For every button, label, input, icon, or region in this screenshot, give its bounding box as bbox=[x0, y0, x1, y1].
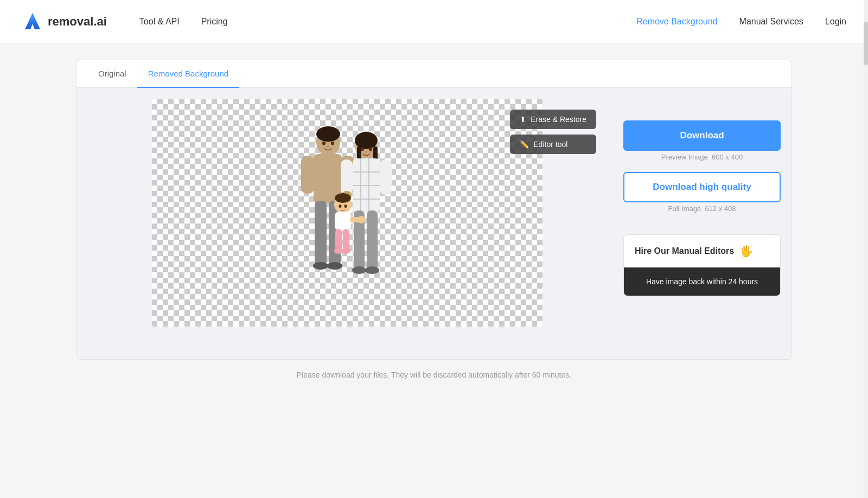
preview-image-label: Preview Image 600 x 400 bbox=[623, 153, 781, 161]
svg-point-40 bbox=[369, 148, 372, 151]
overlay-buttons: ⬆ Erase & Restore ✏️ Editor tool bbox=[510, 110, 596, 154]
svg-rect-20 bbox=[341, 159, 353, 195]
content-area: ⬆ Erase & Restore ✏️ Editor tool Downloa… bbox=[76, 88, 792, 359]
tabs: Original Removed Background bbox=[76, 60, 792, 88]
image-preview: ⬆ Erase & Restore ✏️ Editor tool bbox=[87, 99, 607, 348]
svg-point-25 bbox=[352, 266, 366, 274]
erase-restore-label: Erase & Restore bbox=[531, 115, 586, 124]
nav-manual-services[interactable]: Manual Services bbox=[739, 17, 803, 27]
svg-point-26 bbox=[365, 266, 379, 274]
nav-tool-api[interactable]: Tool & API bbox=[139, 17, 180, 27]
svg-point-37 bbox=[331, 142, 334, 145]
nav-links: Tool & API Pricing bbox=[139, 17, 636, 27]
nav-pricing[interactable]: Pricing bbox=[201, 17, 228, 27]
logo[interactable]: removal.ai bbox=[22, 11, 107, 33]
svg-point-28 bbox=[335, 193, 351, 203]
svg-point-33 bbox=[342, 247, 350, 254]
editor-tool-label: Editor tool bbox=[533, 140, 567, 149]
right-panel: Download Preview Image 600 x 400 Downloa… bbox=[623, 99, 781, 348]
svg-point-9 bbox=[327, 262, 342, 270]
svg-point-32 bbox=[334, 247, 343, 254]
nav-right: Remove Background Manual Services Login bbox=[636, 17, 846, 27]
svg-point-2 bbox=[316, 126, 340, 142]
tab-original[interactable]: Original bbox=[87, 60, 137, 88]
editor-tool-button[interactable]: ✏️ Editor tool bbox=[510, 135, 596, 154]
svg-point-35 bbox=[358, 216, 365, 224]
checkerboard-bg bbox=[152, 99, 542, 327]
logo-text: removal.ai bbox=[48, 15, 107, 29]
svg-rect-24 bbox=[367, 210, 378, 270]
manual-editors-top: Hire Our Manual Editors 🖐️ bbox=[624, 235, 780, 267]
svg-rect-21 bbox=[380, 159, 392, 195]
manual-editors-bottom: Have image back within 24 hours bbox=[624, 267, 780, 296]
scrollbar-thumb[interactable] bbox=[864, 22, 868, 65]
download-button[interactable]: Download bbox=[623, 120, 781, 151]
header: removal.ai Tool & API Pricing Remove Bac… bbox=[0, 0, 868, 43]
erase-restore-button[interactable]: ⬆ Erase & Restore bbox=[510, 110, 596, 129]
footer-notice-text: Please download your files. They will be… bbox=[297, 371, 571, 379]
editor-icon: ✏️ bbox=[520, 140, 529, 149]
svg-point-41 bbox=[365, 151, 367, 153]
download-hq-section: Download high quality Full Image 612 x 4… bbox=[623, 172, 781, 213]
footer-notice: Please download your files. They will be… bbox=[76, 360, 792, 390]
nav-remove-background[interactable]: Remove Background bbox=[636, 17, 717, 27]
manual-editors-title: Hire Our Manual Editors bbox=[635, 246, 734, 256]
svg-point-0 bbox=[31, 17, 34, 20]
svg-point-42 bbox=[339, 205, 342, 208]
full-image-label: Full Image 612 x 408 bbox=[623, 205, 781, 213]
main-card: Original Removed Background bbox=[76, 60, 792, 360]
family-image bbox=[277, 110, 418, 327]
svg-rect-29 bbox=[335, 212, 351, 231]
svg-point-36 bbox=[322, 142, 326, 145]
erase-icon: ⬆ bbox=[520, 115, 526, 124]
svg-rect-6 bbox=[315, 201, 327, 266]
svg-point-8 bbox=[313, 262, 328, 270]
hand-wave-icon: 🖐️ bbox=[739, 245, 753, 258]
scrollbar-track[interactable] bbox=[864, 0, 868, 406]
svg-point-43 bbox=[344, 205, 347, 208]
svg-point-38 bbox=[327, 145, 330, 148]
download-hq-button[interactable]: Download high quality bbox=[623, 172, 781, 202]
svg-point-11 bbox=[355, 132, 378, 149]
svg-point-39 bbox=[361, 148, 364, 151]
download-section: Download Preview Image 600 x 400 bbox=[623, 120, 781, 161]
svg-rect-4 bbox=[301, 156, 314, 194]
nav-login[interactable]: Login bbox=[825, 17, 846, 27]
manual-editors-card[interactable]: Hire Our Manual Editors 🖐️ Have image ba… bbox=[623, 234, 781, 296]
main-content: Original Removed Background bbox=[54, 43, 814, 406]
logo-icon bbox=[22, 11, 43, 33]
tab-removed-background[interactable]: Removed Background bbox=[137, 60, 239, 88]
manual-editors-subtitle: Have image back within 24 hours bbox=[646, 277, 758, 286]
